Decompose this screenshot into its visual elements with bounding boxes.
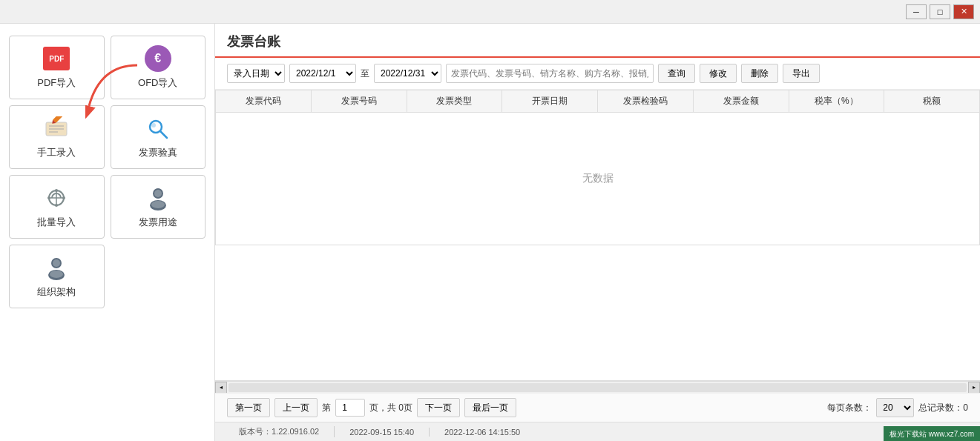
manual-entry-label: 手工录入 bbox=[37, 146, 76, 159]
page-title-bar: 发票台账 bbox=[215, 24, 980, 58]
export-button[interactable]: 导出 bbox=[783, 64, 820, 83]
svg-point-24 bbox=[53, 259, 60, 267]
watermark-text: 极光下载站 www.xz7.com bbox=[889, 430, 974, 438]
scroll-right-arrow[interactable]: ▸ bbox=[968, 382, 980, 394]
org-structure-icon bbox=[41, 254, 72, 281]
invoice-verify-icon bbox=[142, 115, 174, 142]
svg-point-25 bbox=[50, 271, 63, 278]
delete-button[interactable]: 删除 bbox=[741, 64, 778, 83]
scroll-track[interactable] bbox=[228, 383, 967, 392]
version-label: 版本号：1.22.0916.02 bbox=[224, 426, 335, 437]
per-page-label: 每页条数： bbox=[827, 402, 872, 414]
batch-import-label: 批量导入 bbox=[37, 216, 76, 229]
no-data-cell: 无数据 bbox=[216, 113, 980, 245]
ofd-icon: € bbox=[142, 45, 174, 72]
total-records-label: 总记录数：0 bbox=[918, 402, 968, 414]
col-invoice-number: 发票号码 bbox=[311, 90, 407, 113]
pdf-import-label: PDF导入 bbox=[37, 76, 76, 90]
col-amount: 发票金额 bbox=[693, 90, 789, 113]
sidebar: PDF PDF导入 € OFD导入 bbox=[0, 24, 215, 441]
pdf-import-button[interactable]: PDF PDF导入 bbox=[9, 36, 105, 99]
search-input[interactable] bbox=[446, 64, 654, 83]
pdf-icon: PDF bbox=[41, 45, 72, 72]
build-date-label: 2022-09-15 15:40 bbox=[335, 428, 430, 437]
page-number-input[interactable] bbox=[335, 399, 365, 417]
svg-point-10 bbox=[151, 123, 156, 127]
batch-import-icon bbox=[41, 185, 72, 211]
window-controls: ─ □ ✕ bbox=[906, 4, 974, 19]
date-from-select[interactable]: 2022/12/1 bbox=[289, 64, 356, 83]
last-page-button[interactable]: 最后一页 bbox=[464, 398, 516, 417]
invoice-verify-button[interactable]: 发票验真 bbox=[111, 105, 206, 169]
scroll-left-arrow[interactable]: ◂ bbox=[215, 382, 227, 394]
prev-page-button[interactable]: 上一页 bbox=[274, 398, 318, 417]
ofd-import-label: OFD导入 bbox=[138, 76, 177, 90]
first-page-button[interactable]: 第一页 bbox=[227, 398, 270, 417]
col-invoice-code: 发票代码 bbox=[216, 90, 312, 113]
maximize-button[interactable]: □ bbox=[930, 4, 950, 19]
invoice-table: 发票代码 发票号码 发票类型 开票日期 发票检验码 发票金额 税率（%） 税额 bbox=[215, 90, 980, 245]
page-title: 发票台账 bbox=[227, 34, 280, 49]
svg-point-21 bbox=[151, 201, 165, 208]
modify-button[interactable]: 修改 bbox=[700, 64, 737, 83]
minimize-button[interactable]: ─ bbox=[906, 4, 927, 19]
no-data-row: 无数据 bbox=[216, 113, 980, 245]
svg-point-20 bbox=[154, 190, 162, 197]
current-date-label: 2022-12-06 14:15:50 bbox=[430, 428, 535, 437]
pagination-area: 第一页 上一页 第 页，共 0页 下一页 最后一页 每页条数： 20 50 10… bbox=[215, 393, 980, 422]
date-type-select[interactable]: 录入日期 bbox=[227, 64, 285, 83]
date-to-select[interactable]: 2022/12/31 bbox=[374, 64, 441, 83]
title-bar: ─ □ ✕ bbox=[0, 0, 980, 24]
col-issue-date: 开票日期 bbox=[502, 90, 598, 113]
date-to-label: 至 bbox=[361, 67, 369, 80]
close-button[interactable]: ✕ bbox=[953, 4, 974, 19]
col-invoice-type: 发票类型 bbox=[407, 90, 502, 113]
svg-point-16 bbox=[47, 196, 50, 199]
table-header-row: 发票代码 发票号码 发票类型 开票日期 发票检验码 发票金额 税率（%） 税额 bbox=[216, 90, 980, 113]
query-button[interactable]: 查询 bbox=[658, 64, 695, 83]
svg-point-15 bbox=[55, 204, 58, 207]
next-page-button[interactable]: 下一页 bbox=[417, 398, 460, 417]
invoice-use-button[interactable]: 发票用途 bbox=[111, 175, 206, 239]
total-pages-label: 页，共 0页 bbox=[369, 402, 412, 414]
horizontal-scrollbar[interactable]: ◂ ▸ bbox=[215, 381, 980, 393]
org-structure-label: 组织架构 bbox=[37, 285, 76, 299]
table-container[interactable]: 发票代码 发票号码 发票类型 开票日期 发票检验码 发票金额 税率（%） 税额 bbox=[215, 90, 980, 381]
content-area: 发票台账 录入日期 2022/12/1 至 2022/12/31 查询 修改 删… bbox=[215, 24, 980, 441]
status-bar: 版本号：1.22.0916.02 2022-09-15 15:40 2022-1… bbox=[215, 422, 980, 441]
invoice-verify-label: 发票验真 bbox=[139, 146, 177, 159]
pencil-icon bbox=[41, 115, 72, 142]
col-tax: 税额 bbox=[884, 90, 980, 113]
toolbar: 录入日期 2022/12/1 至 2022/12/31 查询 修改 删除 导出 bbox=[215, 58, 980, 90]
main-layout: PDF PDF导入 € OFD导入 bbox=[0, 24, 980, 441]
sidebar-grid: PDF PDF导入 € OFD导入 bbox=[9, 36, 205, 239]
batch-import-button[interactable]: 批量导入 bbox=[9, 175, 105, 239]
table-wrapper: 发票代码 发票号码 发票类型 开票日期 发票检验码 发票金额 税率（%） 税额 bbox=[215, 90, 980, 393]
page-prefix-label: 第 bbox=[322, 402, 331, 414]
ofd-import-button[interactable]: € OFD导入 bbox=[111, 36, 206, 99]
svg-line-9 bbox=[160, 131, 167, 138]
col-verify-code: 发票检验码 bbox=[598, 90, 694, 113]
svg-point-17 bbox=[62, 196, 65, 199]
per-page-select[interactable]: 20 50 100 bbox=[876, 398, 914, 417]
manual-entry-button[interactable]: 手工录入 bbox=[9, 105, 105, 169]
col-tax-rate: 税率（%） bbox=[789, 90, 884, 113]
org-structure-button[interactable]: 组织架构 bbox=[9, 245, 105, 308]
svg-point-14 bbox=[55, 189, 58, 192]
invoice-use-icon bbox=[142, 185, 174, 211]
invoice-use-label: 发票用途 bbox=[139, 216, 177, 229]
